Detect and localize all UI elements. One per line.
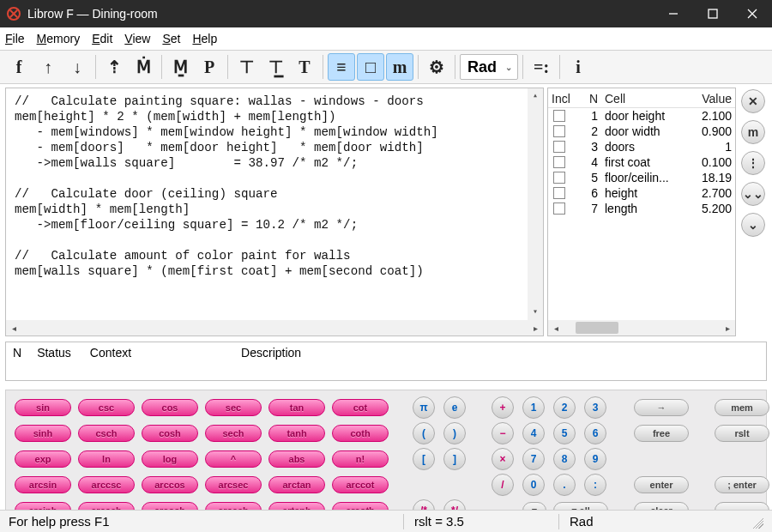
- memory-row[interactable]: 6height2.700: [548, 185, 735, 201]
- op-0[interactable]: +: [492, 396, 514, 419]
- act2-3[interactable]: ; enter: [715, 476, 769, 493]
- menu-edit[interactable]: Edit: [92, 32, 112, 45]
- memory-row[interactable]: 4first coat0.100: [548, 154, 735, 170]
- fn-arccos[interactable]: arccos: [142, 476, 198, 493]
- side-button-0[interactable]: ✕: [741, 89, 765, 113]
- num-7[interactable]: 7: [522, 448, 545, 470]
- num-3[interactable]: 3: [584, 396, 606, 419]
- num-.[interactable]: .: [553, 474, 576, 496]
- act2-1[interactable]: rslt: [715, 425, 769, 442]
- editor-vscrollbar[interactable]: ▴ ▾: [528, 88, 543, 320]
- menu-set[interactable]: Set: [162, 32, 180, 45]
- toolbar-button-3[interactable]: ⇡: [100, 53, 128, 81]
- include-checkbox[interactable]: [553, 203, 565, 215]
- fn-arcsec[interactable]: arcsec: [205, 476, 262, 493]
- fn-abs[interactable]: abs: [268, 450, 325, 468]
- editor-content[interactable]: // Calculate painting square: wallas - w…: [15, 94, 540, 279]
- num-2[interactable]: 2: [553, 396, 576, 419]
- num-4[interactable]: 4: [522, 422, 545, 444]
- fn-sec[interactable]: sec: [205, 399, 262, 416]
- toolbar-button-9[interactable]: T: [291, 53, 318, 81]
- num-0[interactable]: 0: [522, 474, 545, 496]
- memory-row[interactable]: 7length5.200: [548, 201, 735, 216]
- fn-arccsc[interactable]: arccsc: [78, 476, 135, 493]
- msg-col-context[interactable]: Context: [90, 346, 131, 360]
- fn-^[interactable]: ^: [205, 450, 262, 468]
- maximize-button[interactable]: [693, 0, 733, 27]
- fn-csc[interactable]: csc: [78, 399, 135, 416]
- fn-csch[interactable]: csch: [78, 425, 135, 442]
- include-checkbox[interactable]: [553, 156, 565, 168]
- toolbar-button-7[interactable]: ⊤: [232, 53, 260, 81]
- resize-grip-icon[interactable]: [750, 515, 763, 529]
- fn-coth[interactable]: coth: [332, 425, 389, 442]
- sym-0-1[interactable]: e: [443, 396, 466, 419]
- col-n[interactable]: N: [581, 92, 598, 106]
- toolbar-right-1[interactable]: i: [564, 53, 592, 81]
- memory-row[interactable]: 3doors1: [548, 139, 735, 154]
- num-:[interactable]: :: [584, 474, 606, 496]
- num-5[interactable]: 5: [553, 422, 576, 444]
- num-8[interactable]: 8: [553, 448, 576, 470]
- col-value[interactable]: Value: [694, 92, 732, 106]
- fn-sech[interactable]: sech: [205, 425, 262, 442]
- op-1[interactable]: −: [492, 422, 514, 444]
- fn-arccot[interactable]: arccot: [332, 476, 389, 493]
- sym-2-0[interactable]: [: [413, 448, 435, 470]
- scrollbar-thumb[interactable]: [576, 322, 618, 334]
- include-checkbox[interactable]: [553, 172, 565, 184]
- fn-cosh[interactable]: cosh: [142, 425, 198, 442]
- close-button[interactable]: [733, 0, 772, 27]
- toolbar-button-8[interactable]: ⊤̲: [262, 53, 289, 81]
- num-6[interactable]: 6: [584, 422, 606, 444]
- menu-view[interactable]: View: [124, 32, 150, 45]
- toolbar-right-0[interactable]: =:: [528, 53, 555, 81]
- act1-1[interactable]: free: [634, 425, 689, 442]
- act1-3[interactable]: enter: [634, 476, 689, 493]
- fn-n![interactable]: n!: [332, 450, 389, 468]
- side-button-3[interactable]: ⌄⌄: [741, 182, 765, 206]
- toolbar-button-12[interactable]: m: [386, 53, 413, 81]
- scroll-left-icon[interactable]: ◂: [548, 320, 564, 336]
- fn-sin[interactable]: sin: [15, 399, 71, 416]
- toolbar-button-6[interactable]: P: [196, 53, 223, 81]
- fn-tan[interactable]: tan: [268, 399, 325, 416]
- msg-col-desc[interactable]: Description: [241, 346, 301, 360]
- memory-row[interactable]: 5floor/ceilin...18.19: [548, 170, 735, 185]
- col-incl[interactable]: Incl: [552, 92, 581, 106]
- fn-cos[interactable]: cos: [142, 399, 198, 416]
- code-editor[interactable]: // Calculate painting square: wallas - w…: [6, 88, 543, 320]
- include-checkbox[interactable]: [553, 187, 565, 199]
- fn-cot[interactable]: cot: [332, 399, 389, 416]
- toolbar-button-11[interactable]: □: [357, 53, 384, 81]
- scroll-right-icon[interactable]: ▸: [720, 320, 735, 336]
- memory-hscrollbar[interactable]: ◂ ▸: [548, 320, 735, 336]
- fn-sinh[interactable]: sinh: [15, 425, 71, 442]
- menu-help[interactable]: Help: [192, 32, 217, 45]
- toolbar-button-0[interactable]: f: [5, 53, 33, 81]
- editor-hscrollbar[interactable]: ◂ ▸: [6, 320, 543, 336]
- sym-2-1[interactable]: ]: [443, 448, 466, 470]
- op-3[interactable]: /: [492, 474, 514, 496]
- fn-exp[interactable]: exp: [15, 450, 71, 468]
- fn-log[interactable]: log: [142, 450, 198, 468]
- scroll-left-icon[interactable]: ◂: [6, 320, 21, 336]
- scroll-up-icon[interactable]: ▴: [528, 88, 543, 104]
- fn-arcsin[interactable]: arcsin: [15, 476, 71, 493]
- side-button-4[interactable]: ⌄: [741, 213, 765, 237]
- fn-arctan[interactable]: arctan: [268, 476, 325, 493]
- toolbar-button-2[interactable]: ↓: [63, 53, 91, 81]
- scroll-right-icon[interactable]: ▸: [528, 320, 543, 336]
- toolbar-button-4[interactable]: Ṁ: [130, 53, 157, 81]
- sym-1-1[interactable]: ): [443, 422, 466, 444]
- act2-0[interactable]: mem: [715, 399, 769, 416]
- angle-mode-select[interactable]: Rad⌄: [460, 54, 518, 80]
- memory-row[interactable]: 1door height2.100: [548, 108, 735, 124]
- sym-1-0[interactable]: (: [413, 422, 435, 444]
- fn-ln[interactable]: ln: [78, 450, 135, 468]
- menu-memory[interactable]: Memory: [37, 32, 81, 45]
- msg-col-n[interactable]: N: [13, 346, 21, 360]
- side-button-1[interactable]: m: [741, 120, 765, 144]
- side-button-2[interactable]: ⋮: [741, 151, 765, 175]
- fn-tanh[interactable]: tanh: [268, 425, 325, 442]
